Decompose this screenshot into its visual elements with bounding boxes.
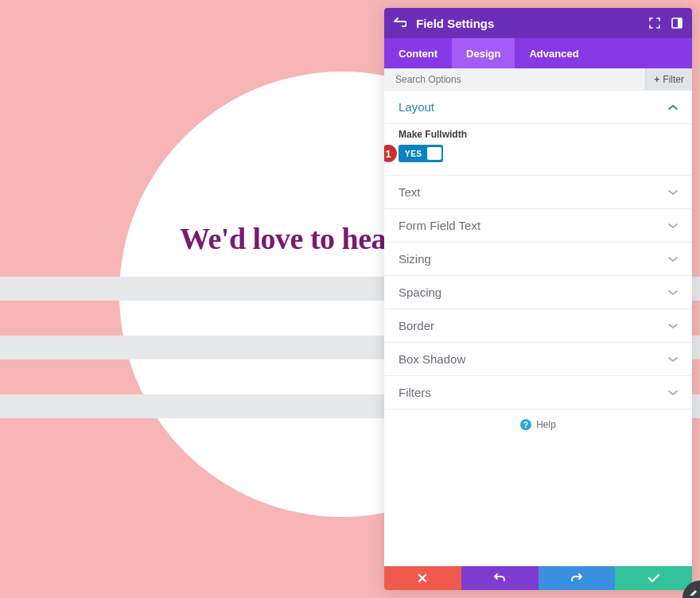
section-spacing[interactable]: Spacing [384,276,692,309]
help-row[interactable]: ? Help [384,410,692,440]
plus-icon: + [654,74,659,85]
section-label: Text [399,185,421,199]
save-button[interactable] [615,566,692,590]
panel-footer [384,566,692,590]
chevron-down-icon [668,323,678,329]
section-label: Form Field Text [399,219,480,232]
section-label: Sizing [399,252,431,266]
dock-icon[interactable] [671,17,682,29]
chevron-down-icon [668,256,678,262]
redo-icon [570,573,583,584]
chevron-down-icon [668,223,678,229]
search-input[interactable] [384,74,645,85]
cancel-button[interactable] [384,566,461,590]
section-layout[interactable]: Layout [384,91,692,124]
chevron-down-icon [668,356,678,363]
section-text[interactable]: Text [384,176,692,209]
pencil-icon [690,588,698,596]
toggle-knob [427,147,441,160]
help-label: Help [536,419,556,430]
tab-design[interactable]: Design [452,38,515,68]
field-fullwidth-label: Make Fullwidth [399,129,678,140]
panel-header: Field Settings [384,8,692,38]
section-label: Border [399,319,434,332]
chevron-down-icon [668,189,678,196]
section-layout-body: Make Fullwidth 1 YES [384,124,692,176]
section-label: Filters [399,386,431,399]
chevron-down-icon [668,390,678,396]
filter-label: Filter [663,74,684,85]
chevron-down-icon [668,289,678,296]
svg-rect-1 [678,18,682,28]
tab-advanced[interactable]: Advanced [515,38,593,68]
panel-title: Field Settings [416,17,640,30]
help-icon: ? [520,419,531,430]
check-icon [648,573,660,583]
fullwidth-toggle-wrap: 1 YES [399,145,678,162]
fullwidth-toggle[interactable]: YES [399,145,443,162]
section-box-shadow[interactable]: Box Shadow [384,343,692,376]
tab-content[interactable]: Content [384,38,452,68]
settings-panel: Field Settings Content Design Advanced +… [384,8,692,590]
sections-container: Layout Make Fullwidth 1 YES Text Form Fi… [384,91,692,566]
section-form-field-text[interactable]: Form Field Text [384,209,692,243]
filter-button[interactable]: + Filter [645,68,692,90]
panel-header-actions [649,17,682,29]
tabs: Content Design Advanced [384,38,692,68]
redo-button[interactable] [539,566,616,590]
chevron-up-icon [668,104,678,111]
section-label: Spacing [399,285,441,299]
close-icon [417,573,428,584]
section-sizing[interactable]: Sizing [384,243,692,276]
section-filters[interactable]: Filters [384,376,692,410]
undo-icon [493,573,506,584]
section-label: Box Shadow [399,352,465,366]
section-label: Layout [399,100,434,114]
expand-icon[interactable] [649,17,660,29]
toggle-state-label: YES [405,150,422,158]
search-row: + Filter [384,68,692,91]
back-icon[interactable] [394,17,406,29]
undo-button[interactable] [461,566,539,590]
section-border[interactable]: Border [384,309,692,343]
annotation-marker: 1 [384,145,397,162]
